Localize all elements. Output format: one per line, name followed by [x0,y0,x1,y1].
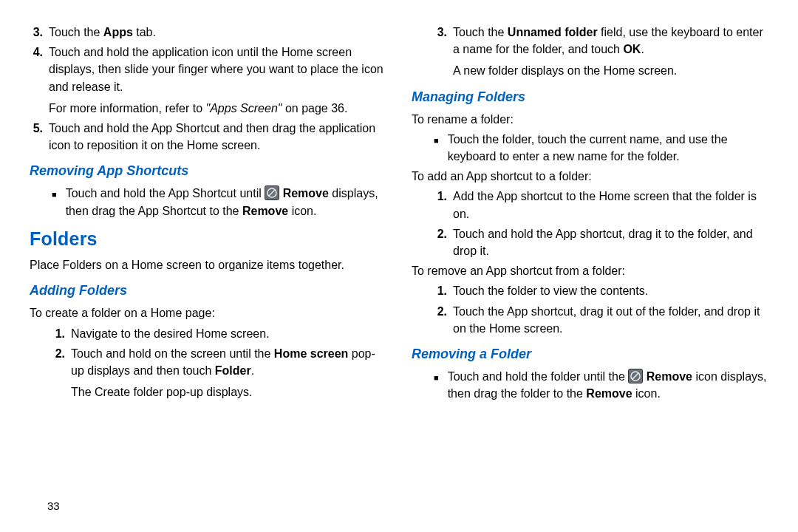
heading-managing-folders: Managing Folders [412,87,768,106]
adding-steps: 1. Navigate to the desired Home screen. … [30,325,386,401]
left-column: 3. Touch the Apps tab. 4. Touch and hold… [30,21,386,525]
step-5: 5. Touch and hold the App Shortcut and t… [30,120,386,154]
removing-folder-bullets: ■ Touch and hold the folder until the Re… [434,368,768,402]
bullet-icon: ■ [434,131,439,165]
heading-adding-folders: Adding Folders [30,281,386,300]
bullet-icon: ■ [434,368,439,402]
adding-step-3: 3. Touch the Unnamed folder field, use t… [434,24,768,80]
remove-icon [265,185,279,200]
removing-folder-bullet: ■ Touch and hold the folder until the Re… [434,368,768,402]
adding-step-2: 2. Touch and hold on the screen until th… [52,345,386,401]
add-shortcut-intro: To add an App shortcut to a folder: [412,168,768,185]
heading-removing-folder: Removing a Folder [412,344,768,364]
heading-removing-shortcuts: Removing App Shortcuts [30,161,386,180]
remove-shortcut-step-1: 1. Touch the folder to view the contents… [434,282,768,299]
shortcut-steps: 3. Touch the Apps tab. 4. Touch and hold… [30,24,386,154]
page-number: 33 [47,498,60,514]
remove-shortcut-steps: 1. Touch the folder to view the contents… [412,282,768,337]
rename-bullets: ■ Touch the folder, touch the current na… [434,131,768,165]
adding-step-1: 1. Navigate to the desired Home screen. [52,325,386,342]
remove-shortcut-intro: To remove an App shortcut from a folder: [412,262,768,279]
step-4: 4. Touch and hold the application icon u… [30,44,386,117]
adding-steps-continued: 3. Touch the Unnamed folder field, use t… [412,24,768,80]
bullet-icon: ■ [52,185,57,219]
rename-intro: To rename a folder: [412,111,768,128]
manual-page: 3. Touch the Apps tab. 4. Touch and hold… [0,0,798,532]
remove-icon [628,369,643,383]
remove-shortcut-step-2: 2. Touch the App shortcut, drag it out o… [434,303,768,337]
add-shortcut-step-1: 1. Add the App shortcut to the Home scre… [434,188,768,222]
removing-shortcut-bullets: ■ Touch and hold the App Shortcut until … [52,185,386,219]
removing-shortcut-item: ■ Touch and hold the App Shortcut until … [52,185,386,219]
add-shortcut-step-2: 2. Touch and hold the App shortcut, drag… [434,225,768,259]
right-column: 3. Touch the Unnamed folder field, use t… [412,21,768,525]
step-3: 3. Touch the Apps tab. [30,24,386,41]
heading-folders: Folders [30,225,386,252]
rename-bullet: ■ Touch the folder, touch the current na… [434,131,768,165]
folders-intro: Place Folders on a Home screen to organi… [30,256,386,273]
adding-intro: To create a folder on a Home page: [30,304,386,321]
add-shortcut-steps: 1. Add the App shortcut to the Home scre… [412,188,768,259]
